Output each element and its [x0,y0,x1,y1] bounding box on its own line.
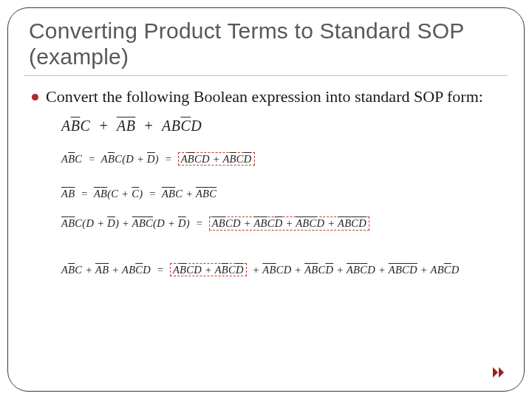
final-expression: ABC + AB + ABCD = ABCD + ABCD + ABCD + A… [61,263,503,276]
main-expression: ABC + AB + ABCD [61,117,503,134]
forward-icon[interactable] [493,367,505,378]
step2-line2: ABC(D + D) + ABC(D + D) = ABCD + ABCD + … [61,216,503,230]
step2-line1: AB = AB(C + C) = ABC + ABC [61,188,503,200]
bullet-dot-icon [32,94,38,100]
bullet-text: Convert the following Boolean expression… [46,86,483,107]
slide-frame: Converting Product Terms to Standard SOP… [7,7,525,392]
step1-result-box: ABCD + ABCD [178,152,255,166]
final-box1: ABCD + ABCD [170,263,247,276]
slide-title: Converting Product Terms to Standard SOP… [29,18,503,69]
math-content: ABC + AB + ABCD ABC = ABC(D + D) = ABCD … [61,117,503,276]
title-divider [24,75,508,76]
svg-marker-0 [493,367,498,378]
step2-result-box: ABCD + ABCD + ABCD + ABCD [209,216,369,230]
bullet-item: Convert the following Boolean expression… [32,86,500,107]
svg-marker-1 [499,367,504,378]
step1-expression: ABC = ABC(D + D) = ABCD + ABCD [61,152,503,166]
